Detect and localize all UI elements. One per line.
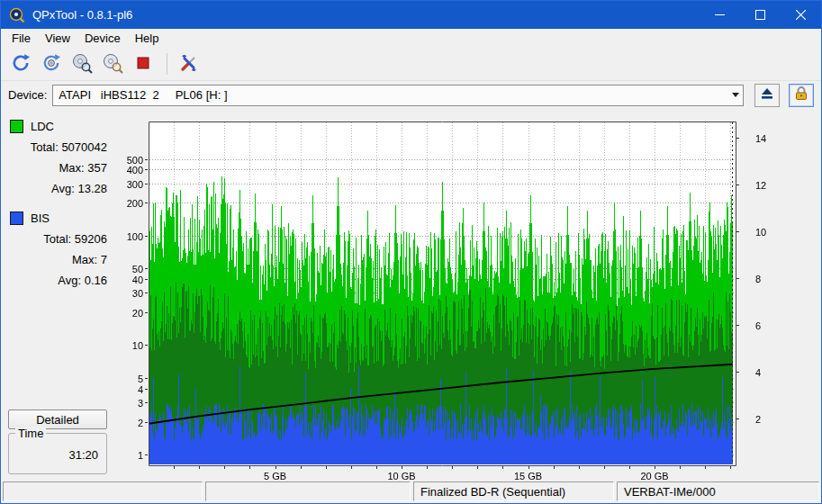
bis-avg: Avg: 0.16	[1, 274, 107, 287]
device-bar: Device: ATAPI iHBS112 2 PL06 [H: ]	[1, 81, 821, 109]
main-area: LDC Total: 5070042 Max: 357 Avg: 13.28 B…	[1, 109, 821, 480]
device-label: Device:	[8, 88, 47, 102]
disc-check-button[interactable]	[98, 50, 127, 77]
ldc-max: Max: 357	[1, 161, 107, 175]
chart-canvas	[120, 109, 821, 480]
disc-check-icon	[102, 52, 123, 76]
disc-search-icon	[71, 52, 93, 76]
device-combobox[interactable]: ATAPI iHBS112 2 PL06 [H: ]	[52, 85, 744, 106]
refresh-button[interactable]	[6, 50, 35, 77]
menu-device[interactable]: Device	[77, 30, 128, 47]
menu-view[interactable]: View	[38, 30, 77, 47]
device-combobox-value: ATAPI iHBS112 2 PL06 [H: ]	[59, 88, 227, 102]
chevron-down-icon	[732, 93, 739, 97]
menu-file[interactable]: File	[5, 30, 38, 47]
maximize-button[interactable]	[740, 1, 781, 29]
ldc-legend-row: LDC	[10, 120, 120, 133]
bis-legend-row: BIS	[10, 212, 120, 225]
status-cell-0	[3, 482, 203, 501]
toolbar	[1, 48, 821, 81]
ldc-label: LDC	[31, 120, 54, 133]
menu-help[interactable]: Help	[128, 30, 167, 47]
status-cell-media-id: VERBAT-IMe/000	[617, 482, 819, 501]
preferences-button[interactable]	[175, 50, 203, 77]
window-title: QPxTool - 0.8.1-pl6	[32, 8, 132, 22]
refresh-icon	[10, 52, 32, 76]
qpxtool-window: QPxTool - 0.8.1-pl6 File View Device Hel…	[0, 0, 822, 504]
time-value: 31:20	[9, 448, 98, 462]
ldc-swatch	[10, 120, 23, 133]
menubar: File View Device Help	[1, 29, 821, 48]
stop-icon	[134, 54, 152, 75]
window-controls	[700, 1, 821, 29]
statusbar: Finalized BD-R (Sequential) VERBAT-IMe/0…	[1, 480, 821, 503]
lock-button[interactable]	[789, 84, 814, 107]
app-icon	[9, 7, 25, 23]
minimize-button[interactable]	[700, 1, 740, 29]
bis-label: BIS	[31, 212, 50, 225]
toolbar-separator	[167, 53, 167, 75]
status-cell-disc-type: Finalized BD-R (Sequential)	[413, 482, 614, 501]
stats-panel: LDC Total: 5070042 Max: 357 Avg: 13.28 B…	[1, 109, 120, 480]
ldc-total: Total: 5070042	[1, 140, 107, 154]
time-groupbox: Time 31:20	[8, 433, 107, 474]
status-cell-1	[205, 482, 411, 501]
bis-max: Max: 7	[1, 253, 107, 266]
bis-total: Total: 59206	[1, 232, 107, 246]
chart-area	[120, 109, 821, 480]
preferences-tools-icon	[178, 52, 200, 76]
close-button[interactable]	[781, 1, 821, 29]
disc-search-button[interactable]	[68, 50, 96, 77]
eject-button[interactable]	[754, 84, 780, 107]
eject-icon	[760, 86, 774, 104]
time-group-title: Time	[15, 427, 46, 440]
lock-icon	[793, 86, 809, 104]
titlebar: QPxTool - 0.8.1-pl6	[1, 1, 821, 29]
bis-swatch	[10, 212, 23, 225]
ldc-avg: Avg: 13.28	[1, 182, 107, 195]
scan-disc-button[interactable]	[37, 50, 66, 77]
stop-button[interactable]	[129, 50, 158, 77]
scan-disc-icon	[41, 52, 62, 76]
